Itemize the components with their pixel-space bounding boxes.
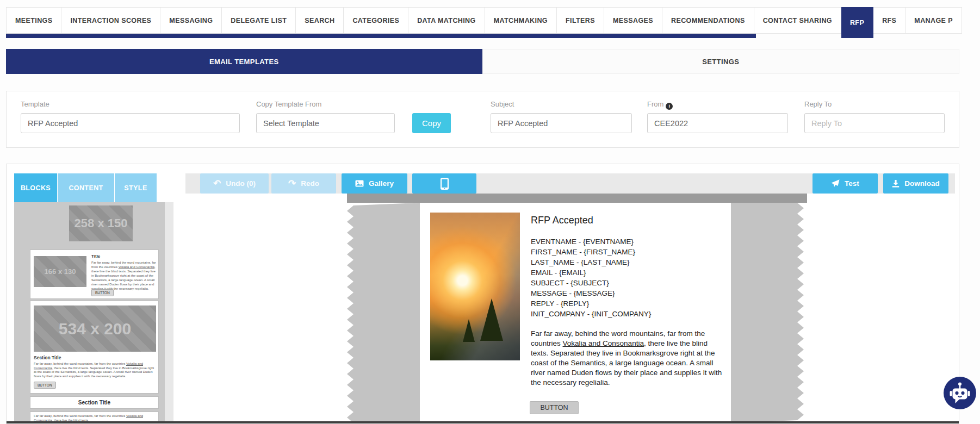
subject-input[interactable]	[491, 113, 632, 133]
block-item-image-text-button[interactable]: 166 x 130 Title Far far away, behind the…	[30, 250, 159, 299]
merge-field-line: REPLY - {REPLY}	[531, 298, 651, 309]
tab-settings[interactable]: SETTINGS	[482, 49, 960, 74]
merge-field-line: EMAIL - {EMAIL}	[531, 267, 651, 278]
torn-edge-left	[347, 203, 420, 423]
from-label: Fromi	[647, 100, 673, 110]
template-label: Template	[21, 100, 49, 108]
block-thumb-section-title: Section Title	[78, 400, 110, 406]
panel-bottom-edge	[7, 421, 959, 423]
lorem-link: Vokalia and Consonantia	[119, 265, 154, 269]
nav-tab-contact-sharing[interactable]: CONTACT SHARING	[754, 7, 841, 34]
merge-field-line: INIT_COMPANY - {INIT_COMPANY}	[531, 309, 651, 319]
nav-tab-manage-p[interactable]: MANAGE P	[905, 7, 962, 34]
info-icon[interactable]: i	[666, 103, 673, 110]
robot-icon	[949, 382, 971, 404]
block-thumb-section-title: Section Title	[34, 355, 61, 360]
nav-tab-matchmaking[interactable]: MATCHMAKING	[485, 7, 557, 34]
tab-email-templates[interactable]: EMAIL TEMPLATES	[6, 49, 482, 74]
nav-tab-rfs[interactable]: RFS	[873, 7, 905, 34]
nav-tab-interaction-scores[interactable]: INTERACTION SCORES	[61, 7, 160, 34]
nav-tab-rfp[interactable]: RFP	[841, 7, 873, 38]
rfp-email-template-page: MEETINGS INTERACTION SCORES MESSAGING DE…	[0, 0, 980, 424]
block-item-text[interactable]: Far far away, behind the word mountains,…	[30, 411, 159, 422]
subject-label: Subject	[491, 100, 514, 108]
tab-content[interactable]: CONTENT	[58, 173, 114, 202]
redo-button[interactable]: ↷ Redo	[271, 173, 336, 194]
undo-label: Undo (0)	[226, 179, 256, 188]
nav-tab-filters[interactable]: FILTERS	[557, 7, 604, 34]
editor-toolbar: ↶ Undo (0) ↷ Redo Gallery	[185, 173, 955, 194]
copy-template-from-select[interactable]	[256, 113, 395, 133]
undo-button[interactable]: ↶ Undo (0)	[200, 173, 269, 194]
merge-field-line: SUBJECT - {SUBJECT}	[531, 278, 651, 288]
tab-blocks[interactable]: BLOCKS	[14, 173, 57, 202]
reply-to-input[interactable]	[804, 113, 945, 133]
tree-silhouette	[480, 298, 503, 341]
lorem-prefix: Far far away, behind the word mountains,…	[34, 362, 126, 365]
nav-tab-meetings[interactable]: MEETINGS	[6, 7, 61, 34]
tree-silhouette	[463, 319, 475, 342]
lorem-suffix: , there live the blind texts. Separated …	[34, 366, 154, 378]
gallery-icon	[355, 180, 364, 187]
block-thumb-text: Far far away, behind the word mountains,…	[91, 260, 157, 291]
nav-tab-messages[interactable]: MESSAGES	[604, 7, 662, 34]
chatbot-launcher-button[interactable]	[944, 377, 976, 409]
sunset-photo[interactable]	[430, 213, 520, 360]
sub-navigation: EMAIL TEMPLATES SETTINGS	[6, 49, 959, 74]
block-thumb-button: BUTTON	[91, 289, 114, 296]
test-button[interactable]: Test	[812, 173, 878, 194]
block-thumb-image-placeholder: 166 x 130	[34, 256, 86, 287]
preview-cta-button[interactable]: BUTTON	[530, 401, 579, 414]
merge-field-line: FIRST_NAME - {FIRST_NAME}	[531, 247, 651, 257]
mobile-preview-button[interactable]	[412, 173, 476, 194]
reply-to-label: Reply To	[804, 100, 832, 108]
preview-title[interactable]: RFP Accepted	[531, 215, 593, 226]
preview-paragraph[interactable]: Far far away, behind the word mountains,…	[531, 329, 722, 388]
editor-tab-bar: BLOCKS CONTENT STYLE	[14, 173, 157, 202]
lorem-prefix: Far far away, behind the word mountains,…	[34, 414, 126, 417]
nav-tab-messaging[interactable]: MESSAGING	[160, 7, 222, 34]
template-form-panel: Template Copy Template From Copy Subject…	[6, 91, 959, 148]
block-thumb-button: BUTTON	[34, 382, 56, 389]
download-icon	[892, 180, 900, 188]
block-item-section-image-text[interactable]: 534 x 200 Section Title Far far away, be…	[30, 301, 159, 394]
undo-icon: ↶	[213, 179, 221, 188]
download-label: Download	[904, 179, 940, 188]
download-button[interactable]: Download	[883, 173, 948, 194]
email-editor-panel: BLOCKS CONTENT STYLE ↶ Undo (0) ↷ Redo G…	[6, 164, 959, 424]
from-label-text: From	[647, 100, 663, 108]
nav-active-underline	[6, 34, 756, 38]
nav-tab-categories[interactable]: CATEGORIES	[344, 7, 408, 34]
nav-tab-recommendations[interactable]: RECOMMENDATIONS	[662, 7, 754, 34]
gallery-button[interactable]: Gallery	[342, 173, 407, 194]
send-plane-icon	[831, 179, 840, 188]
email-preview-body[interactable]: RFP Accepted EVENTNAME - {EVENTNAME} FIR…	[420, 203, 731, 423]
block-thumb-wide-image-placeholder: 534 x 200	[34, 305, 156, 352]
block-item-banner-image[interactable]: 258 x 150	[69, 205, 133, 241]
copy-button[interactable]: Copy	[412, 113, 451, 133]
merge-fields-list[interactable]: EVENTNAME - {EVENTNAME} FIRST_NAME - {FI…	[531, 236, 651, 319]
from-input[interactable]	[647, 113, 788, 133]
torn-edge-right	[731, 203, 804, 423]
block-thumb-text: Far far away, behind the word mountains,…	[34, 362, 156, 378]
nav-tab-delegate-list[interactable]: DELEGATE LIST	[222, 7, 296, 34]
paragraph-link[interactable]: Vokalia and Consonantia	[563, 339, 644, 347]
template-input[interactable]	[21, 113, 240, 133]
nav-tab-data-matching[interactable]: DATA MATCHING	[408, 7, 485, 34]
lorem-suffix: , there live the blind texts. Separated …	[91, 265, 156, 290]
nav-tab-search[interactable]: SEARCH	[296, 7, 344, 34]
gallery-label: Gallery	[369, 179, 394, 188]
tab-style[interactable]: STYLE	[115, 173, 157, 202]
merge-field-line: MESSAGE - {MESSAGE}	[531, 288, 651, 298]
sidebar-scroll-track[interactable]	[165, 202, 173, 422]
preview-top-strip	[347, 194, 807, 203]
redo-label: Redo	[301, 179, 319, 188]
test-label: Test	[845, 179, 859, 188]
merge-field-line: EVENTNAME - {EVENTNAME}	[531, 236, 651, 247]
block-item-section-title[interactable]: Section Title	[30, 396, 159, 409]
redo-icon: ↷	[288, 179, 296, 188]
blocks-sidebar: 258 x 150 166 x 130 Title Far far away, …	[14, 202, 165, 422]
copy-template-from-label: Copy Template From	[256, 100, 321, 108]
top-navigation: MEETINGS INTERACTION SCORES MESSAGING DE…	[6, 7, 962, 34]
tablet-icon	[440, 177, 449, 190]
